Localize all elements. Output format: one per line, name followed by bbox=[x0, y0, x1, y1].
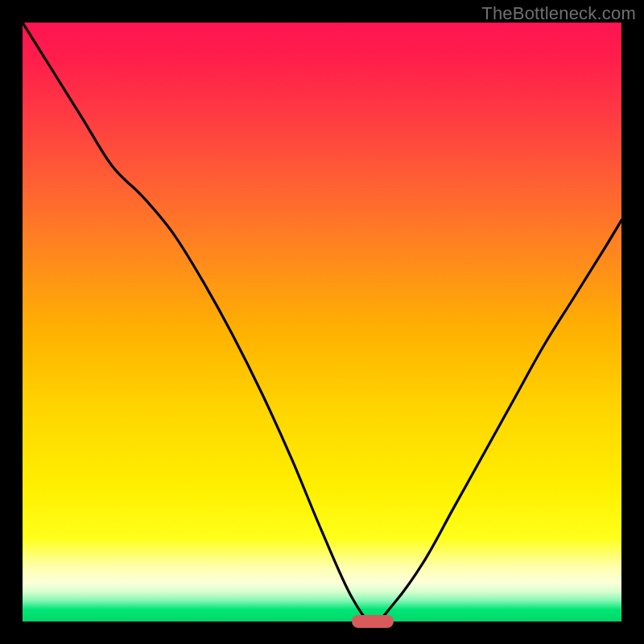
optimal-marker bbox=[352, 615, 394, 628]
chart-area bbox=[23, 23, 621, 621]
watermark-text: TheBottleneck.com bbox=[481, 3, 636, 24]
bottleneck-curve bbox=[23, 23, 621, 621]
